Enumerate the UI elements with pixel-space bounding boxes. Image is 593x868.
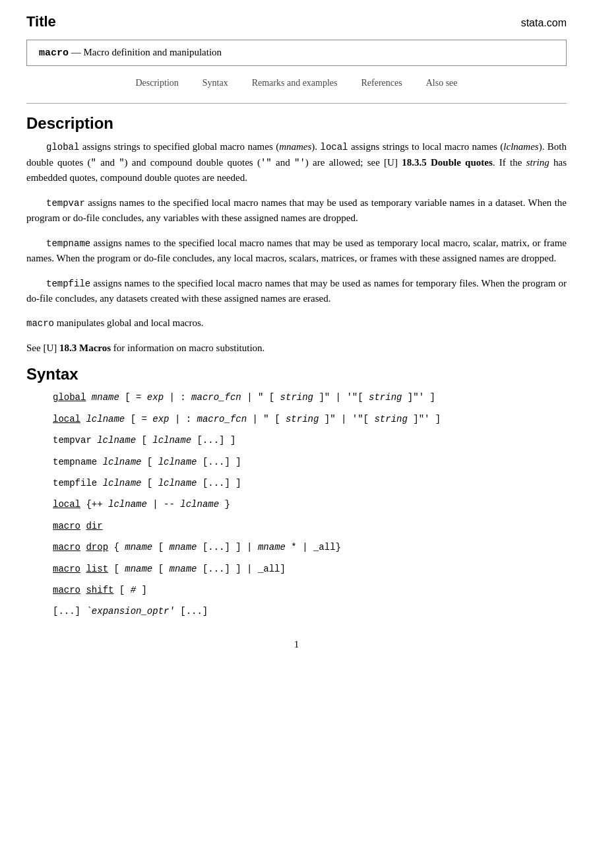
macro-keyword-list: macro	[53, 564, 80, 574]
macro-keyword-dir: macro	[53, 521, 80, 531]
syntax-line-tempname: tempname lclname [ lclname [...] ]	[26, 455, 567, 469]
desc-para-2: tempvar assigns names to the specified l…	[26, 195, 567, 226]
macro-dash: —	[71, 47, 81, 57]
syntax-line-macro-drop: macro drop { mname [ mname [...] ] | mna…	[26, 540, 567, 554]
syntax-line-macro-shift: macro shift [ # ]	[26, 583, 567, 597]
page-footer: 1	[26, 639, 567, 650]
local-keyword-1: local	[53, 414, 80, 424]
desc-para-3: tempname assigns names to the specified …	[26, 236, 567, 267]
macro-keyword-shift: macro	[53, 585, 80, 595]
dir-keyword: dir	[86, 521, 102, 531]
global-keyword: global	[53, 392, 86, 403]
macro-description: Macro definition and manipulation	[84, 47, 222, 57]
shift-keyword: shift	[86, 585, 113, 595]
desc-para-4: tempfile assigns names to the specified …	[26, 276, 567, 307]
description-heading: Description	[26, 114, 567, 133]
tab-syntax[interactable]: Syntax	[203, 78, 228, 88]
syntax-section: Syntax global mname [ = exp | : macro_fc…	[26, 365, 567, 618]
macro-keyword: macro	[39, 48, 69, 59]
syntax-line-global: global mname [ = exp | : macro_fcn | " […	[26, 390, 567, 405]
tab-description[interactable]: Description	[135, 78, 178, 88]
syntax-line-tempvar: tempvar lclname [ lclname [...] ]	[26, 433, 567, 448]
desc-para-5: macro manipulates global and local macro…	[26, 316, 567, 331]
syntax-line-local-incr: local {++ lclname | -- lclname }	[26, 497, 567, 512]
drop-keyword: drop	[86, 542, 108, 552]
page-number: 1	[294, 639, 299, 650]
tab-remarks[interactable]: Remarks and examples	[252, 78, 338, 88]
syntax-line-local: local lclname [ = exp | : macro_fcn | " …	[26, 412, 567, 426]
macro-box: macro — Macro definition and manipulatio…	[26, 40, 567, 66]
nav-tabs: Description Syntax Remarks and examples …	[26, 78, 567, 88]
page-header: Title stata.com	[26, 13, 567, 30]
tab-also-see[interactable]: Also see	[426, 78, 458, 88]
divider	[26, 103, 567, 104]
list-keyword: list	[86, 564, 108, 574]
tab-references[interactable]: References	[361, 78, 402, 88]
syntax-heading: Syntax	[26, 365, 567, 384]
syntax-line-macro-list: macro list [ mname [ mname [...] ] | _al…	[26, 562, 567, 576]
syntax-line-macro-dir: macro dir	[26, 519, 567, 533]
syntax-line-tempfile: tempfile lclname [ lclname [...] ]	[26, 476, 567, 490]
description-section: Description global assigns strings to sp…	[26, 114, 567, 356]
desc-para-1: global assigns strings to specified glob…	[26, 139, 567, 186]
local-keyword-2: local	[53, 499, 80, 510]
macro-keyword-drop: macro	[53, 542, 80, 552]
syntax-line-expansion: [...] `expansion_optr' [...]	[26, 604, 567, 618]
page-title: Title	[26, 13, 56, 30]
desc-para-6: See [U] 18.3 Macros for information on m…	[26, 341, 567, 356]
stata-logo: stata.com	[521, 17, 567, 29]
